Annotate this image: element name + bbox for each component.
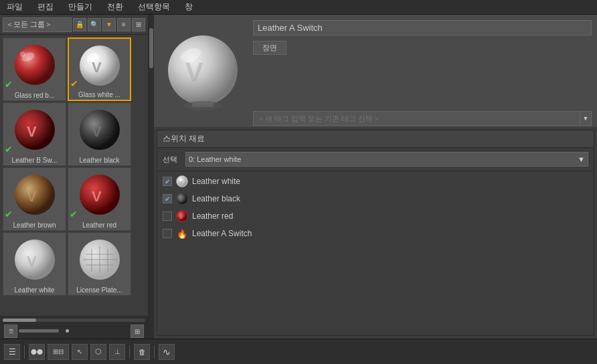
separator-3	[154, 345, 155, 359]
checkbox-leather-white[interactable]: ✔	[163, 177, 172, 186]
bottom-toolbar: ☰ ⬤⬤ ⊞⊟ ↖ ⬡ ⊥ 🗑 ∿	[0, 339, 597, 364]
mat-thumb-glass-red[interactable]: ✔ Glass red b...	[3, 37, 66, 101]
svg-text:V: V	[92, 188, 102, 205]
switch-row-leather-a-sw[interactable]: 🔥 Leather A Switch	[157, 225, 594, 242]
switch-header: 스위치 재료	[157, 130, 594, 148]
toolbar-btn-delete[interactable]: 🗑	[134, 344, 150, 360]
separator-1	[24, 345, 25, 359]
svg-text:V: V	[27, 188, 37, 205]
mat-thumb-leather-white[interactable]: V Leather white	[3, 232, 66, 296]
separator-2	[129, 345, 130, 359]
list-view-btn[interactable]: ≡	[117, 18, 131, 31]
mat-icon-leather-a-sw: 🔥	[176, 227, 188, 240]
right-panel: V 장면 ▼ 스위치 재료	[154, 15, 597, 339]
toolbar-btn-dots[interactable]: ⬤⬤	[29, 344, 45, 360]
tag-input[interactable]	[253, 111, 580, 126]
svg-text:V: V	[179, 196, 183, 203]
switch-row-leather-white[interactable]: ✔ V Leather white	[157, 173, 594, 190]
top-preview: V 장면 ▼	[154, 15, 597, 127]
tag-dropdown-btn[interactable]: ▼	[580, 111, 592, 126]
list-icon-btn[interactable]: ☰	[4, 325, 17, 338]
svg-text:V: V	[179, 214, 183, 220]
mat-label-glass-red: Glass red b...	[5, 92, 64, 99]
svg-rect-27	[192, 103, 214, 107]
toolbar-btn-menu[interactable]: ☰	[4, 344, 20, 360]
checkbox-leather-red[interactable]	[163, 211, 172, 221]
left-toolbar: ＜모든 그룹＞ 🔒 🔍 ▼ ≡ ⊞	[0, 15, 148, 35]
switch-select-row: 선택 0: Leather white ▼	[157, 148, 594, 171]
slider-track[interactable]	[19, 329, 59, 333]
svg-text:V: V	[92, 123, 102, 140]
menu-bar: 파일 편집 만들기 전환 선택항목 창	[0, 0, 597, 15]
slider-thumb[interactable]	[66, 329, 69, 333]
svg-text:V: V	[92, 59, 102, 76]
mat-label-leather-red: Leather red	[70, 221, 129, 229]
toolbar-btn-paint[interactable]: ⬡	[90, 344, 106, 360]
switch-row-leather-red[interactable]: V Leather red	[157, 207, 594, 225]
mat-label-leather-brown: Leather brown	[5, 221, 64, 229]
mat-thumb-glass-white[interactable]: V ✔ Glass white ...	[68, 37, 131, 101]
grid-view-btn[interactable]: ⊞	[132, 18, 145, 31]
left-panel: ＜모든 그룹＞ 🔒 🔍 ▼ ≡ ⊞	[0, 15, 149, 339]
mat-label-license-plate: License Plate...	[70, 286, 129, 294]
mat-thumb-leather-red[interactable]: V ✔ Leather red	[68, 167, 131, 231]
view-toggle-bar: ☰ ⊞	[0, 324, 148, 339]
grid-icon-btn[interactable]: ⊞	[131, 325, 144, 338]
menu-edit[interactable]: 편집	[35, 0, 56, 14]
svg-point-0	[15, 45, 55, 85]
mat-name-input[interactable]	[253, 20, 592, 35]
material-grid: ✔ Glass red b...	[0, 35, 148, 316]
mat-icon-leather-white: V	[176, 175, 188, 187]
mat-thumb-license-plate[interactable]: License Plate...	[68, 232, 131, 296]
toolbar-btn-align[interactable]: ⊥	[109, 344, 125, 360]
mat-icon-leather-red: V	[176, 210, 188, 222]
mat-label-glass-white: Glass white ...	[70, 91, 129, 98]
lock-icon-btn[interactable]: 🔒	[73, 18, 86, 31]
menu-select[interactable]: 선택항목	[135, 0, 173, 14]
svg-text:V: V	[179, 179, 183, 185]
search-icon-btn[interactable]: 🔍	[88, 18, 101, 31]
switch-panel: 스위치 재료 선택 0: Leather white ▼ ✔	[157, 130, 594, 336]
switch-row-leather-black[interactable]: ✔ V Leather black	[157, 190, 594, 207]
switch-mat-label-lb: Leather black	[192, 194, 240, 203]
svg-point-2	[20, 52, 25, 57]
mat-thumb-leather-black[interactable]: V Leather black	[68, 102, 131, 166]
menu-window[interactable]: 창	[182, 0, 195, 14]
svg-text:V: V	[27, 253, 37, 270]
mat-label-leather-b-sw: Leather B Sw...	[5, 157, 64, 164]
menu-file[interactable]: 파일	[4, 0, 25, 14]
mat-label-leather-white: Leather white	[5, 286, 64, 294]
scene-badge: 장면	[253, 41, 286, 55]
main-layout: ＜모든 그룹＞ 🔒 🔍 ▼ ≡ ⊞	[0, 15, 597, 339]
preview-sphere: V	[159, 20, 246, 120]
mat-icon-leather-black: V	[176, 193, 188, 205]
switch-mat-label-la-sw: Leather A Switch	[192, 229, 252, 238]
preview-info: 장면 ▼	[253, 20, 592, 122]
group-dropdown[interactable]: ＜모든 그룹＞	[3, 17, 72, 32]
checkbox-leather-black[interactable]: ✔	[163, 194, 172, 203]
left-scrollbar[interactable]	[0, 316, 148, 324]
mat-thumb-leather-b-sw[interactable]: V ✔ Leather B Sw...	[3, 102, 66, 166]
toolbar-btn-arrow[interactable]: ↖	[72, 344, 88, 360]
svg-text:V: V	[27, 123, 37, 140]
toolbar-btn-wave[interactable]: ∿	[159, 344, 175, 360]
switch-select-label: 선택	[163, 155, 181, 165]
mat-thumb-leather-brown[interactable]: V ✔ Leather brown	[3, 167, 66, 231]
switch-list: ✔ V Leather white ✔	[157, 171, 594, 244]
switch-select[interactable]: 0: Leather white ▼	[185, 152, 588, 167]
filter-icon-btn[interactable]: ▼	[102, 18, 116, 31]
toolbar-btn-grid[interactable]: ⊞⊟	[48, 344, 69, 360]
switch-mat-label-lw: Leather white	[192, 177, 240, 186]
left-scrollbar-vertical[interactable]	[149, 15, 154, 339]
mat-label-leather-black: Leather black	[70, 157, 129, 164]
menu-convert[interactable]: 전환	[104, 0, 126, 14]
checkbox-leather-a-sw[interactable]	[163, 229, 172, 238]
menu-create[interactable]: 만들기	[66, 0, 95, 14]
svg-text:V: V	[185, 58, 203, 87]
switch-mat-label-lr: Leather red	[192, 211, 233, 221]
